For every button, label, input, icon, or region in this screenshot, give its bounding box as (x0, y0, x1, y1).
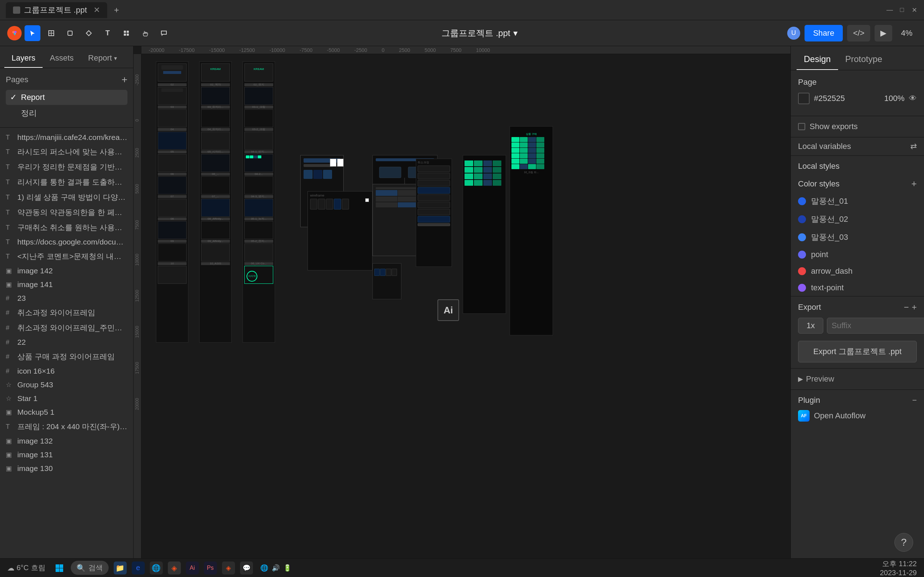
taskbar-file-explorer[interactable]: 📁 (114, 561, 127, 574)
local-variables-icon[interactable]: ⇄ (910, 142, 917, 151)
maximize-button[interactable]: □ (898, 6, 906, 14)
list-item[interactable]: #취소과정 와이어프레임_주민장_2ver (0, 320, 133, 335)
share-button[interactable]: Share (804, 25, 843, 42)
new-tab-button[interactable]: + (110, 3, 123, 16)
page-item-jeongli[interactable]: ✓ 정리 (6, 105, 128, 121)
taskbar-app-1[interactable]: ◈ (168, 561, 181, 574)
list-item[interactable]: T리서지를 통한 결과를 도출하는 도구... (0, 174, 133, 190)
close-button[interactable]: ✕ (910, 6, 918, 14)
app-icon-2: Ai (189, 565, 195, 571)
list-item[interactable]: T<지난주 코멘트>문제청의 내용 이미... (0, 249, 133, 264)
taskbar-app-2[interactable]: Ai (186, 561, 199, 574)
plugin-remove-button[interactable]: − (912, 396, 917, 405)
taskbar-figma[interactable]: ◈ (222, 561, 235, 574)
start-button[interactable] (53, 561, 66, 574)
list-item[interactable]: ▣Mockup5 1 (0, 405, 133, 419)
canvas-frame-ppt-right[interactable]: 취소과정 와이... (463, 155, 506, 314)
canvas-frame-01[interactable]: 01 02 03 04 05 06 (156, 61, 188, 343)
tab-report[interactable]: Report ▾ (81, 49, 124, 68)
list-item[interactable]: Thttps://manjiii.cafe24.com/kream/ (0, 131, 133, 144)
help-button[interactable]: ? (894, 533, 913, 552)
list-item[interactable]: ▣image 131 (0, 448, 133, 462)
frame-tool[interactable] (43, 25, 59, 41)
plugin-title: Plugin (798, 396, 820, 405)
user-avatar[interactable]: U (787, 27, 800, 40)
list-item[interactable]: #취소과정 와이어프레임 (0, 305, 133, 320)
canvas-frame-043[interactable]: 04-3_변지... (373, 263, 401, 299)
color-style-text-point[interactable]: text-point (791, 279, 924, 296)
text-icon: T (6, 193, 14, 201)
browser-tab[interactable]: 그룹프로젝트 .ppt ✕ (6, 2, 107, 18)
components-tool[interactable] (118, 25, 134, 41)
preview-header[interactable]: ▶ Preview (798, 374, 917, 384)
list-item[interactable]: #22 (0, 335, 133, 349)
minimize-button[interactable]: — (886, 6, 894, 14)
file-title[interactable]: 그룹프로젝트 .ppt ▾ (436, 24, 523, 42)
tab-prototype[interactable]: Prototype (838, 49, 890, 70)
taskbar-search[interactable]: 🔍 검색 (71, 561, 109, 575)
export-scale-input[interactable] (798, 318, 823, 334)
list-item[interactable]: ☆Star 1 (0, 392, 133, 405)
list-item-group543[interactable]: ☆Group 543 (0, 378, 133, 392)
text-icon: T (6, 148, 14, 156)
list-item[interactable]: T라시도의 퍼소나에 맞는 사용자 여정... (0, 144, 133, 160)
color-style-malpoong-03[interactable]: 말풍선_03 (791, 228, 924, 246)
play-button[interactable]: ▶ (874, 25, 892, 42)
list-item[interactable]: Thttps://docs.google.com/documen... (0, 235, 133, 249)
canvas-content[interactable]: 01 02 03 04 05 06 (142, 54, 790, 577)
tab-layers[interactable]: Layers (4, 49, 43, 68)
taskbar-edge[interactable]: e (132, 561, 145, 574)
list-item[interactable]: T우리가 정리한 문제점을 기반으로 총 ... (0, 160, 133, 174)
export-button[interactable]: Export 그룹프로젝트 .ppt (798, 341, 917, 363)
tab-assets[interactable]: Assets (43, 49, 81, 68)
dev-mode-button[interactable]: </> (847, 25, 870, 42)
color-style-point[interactable]: point (791, 246, 924, 263)
taskbar-slack[interactable]: 💬 (240, 561, 253, 574)
plugin-item-autoflow[interactable]: AF Open Autoflow (798, 410, 917, 422)
list-item[interactable]: ▣image 142 (0, 264, 133, 278)
canvas-area[interactable]: -20000 -17500 -15000 -12500 -10000 -7500… (134, 46, 790, 577)
page-item-report[interactable]: ✓ Report (6, 90, 128, 105)
list-item[interactable]: ▣image 130 (0, 462, 133, 475)
color-style-malpoong-01[interactable]: 말풍선_01 (791, 192, 924, 210)
list-item[interactable]: #23 (0, 292, 133, 305)
page-color-swatch[interactable] (798, 93, 809, 104)
list-item[interactable]: T1) 리셀 상품 구매 방법이 다양하지만 ... (0, 190, 133, 205)
comment-tool[interactable] (156, 25, 172, 41)
page-visibility-icon[interactable]: 👁 (909, 94, 917, 103)
export-suffix-input[interactable] (827, 318, 924, 334)
system-tray: 🌐 🔊 🔋 (260, 564, 291, 572)
list-item[interactable]: T프레임 : 204 x 440 마진(좌-우) : 8p... (0, 419, 133, 434)
add-color-style-button[interactable]: + (911, 178, 917, 189)
pen-tool[interactable] (81, 25, 97, 41)
canvas-frame-kream-large[interactable]: 01_크림 와... 상풍 구매 (510, 126, 553, 335)
color-style-malpoong-02[interactable]: 말풍선_02 (791, 210, 924, 228)
export-remove-button[interactable]: − (904, 302, 909, 312)
shape-tool[interactable] (62, 25, 78, 41)
canvas-frame-01-cover[interactable]: 01_표지 KREAM 02_목차 03_유저리... 04_유저리... 05… (199, 61, 232, 343)
export-add-button[interactable]: + (912, 302, 917, 312)
color-style-arrow-dash[interactable]: arrow_dash (791, 263, 924, 279)
list-item[interactable]: T약관동의 약관동의한을 한 페이지로 ... (0, 205, 133, 220)
canvas-frame-01-idea[interactable]: 01_아이디... KREAM 02_뮤지 03-1_크림 03-2_크림 04… (242, 61, 275, 343)
taskbar-app-3[interactable]: Ps (204, 561, 217, 574)
text-tool[interactable]: T (100, 25, 115, 41)
canvas-frame-wireframe-right[interactable]: 취소과정 (416, 159, 452, 267)
list-item[interactable]: #icon 16×16 (0, 364, 133, 378)
frame-icon: # (6, 324, 14, 332)
taskbar-chrome[interactable]: 🌐 (150, 561, 163, 574)
tab-design[interactable]: Design (796, 49, 838, 70)
figma-menu-button[interactable] (7, 26, 22, 40)
hand-tool[interactable] (137, 25, 153, 41)
list-item[interactable]: T구매취소 취소를 원하는 사용자들이 ... (0, 220, 133, 235)
show-exports-checkbox[interactable] (798, 123, 805, 130)
weather-desc: 흐림 (31, 563, 45, 573)
list-item[interactable]: ▣image 141 (0, 278, 133, 292)
list-item[interactable]: #상품 구매 과정 와이어프레임 (0, 349, 133, 364)
select-tool[interactable] (24, 25, 40, 41)
list-item[interactable]: ▣image 132 (0, 434, 133, 448)
canvas-frame-wireframe-1[interactable]: wireframe (307, 191, 373, 271)
tab-close-icon[interactable]: ✕ (94, 5, 100, 15)
add-page-button[interactable]: + (122, 74, 128, 85)
zoom-level[interactable]: 4% (897, 26, 917, 40)
